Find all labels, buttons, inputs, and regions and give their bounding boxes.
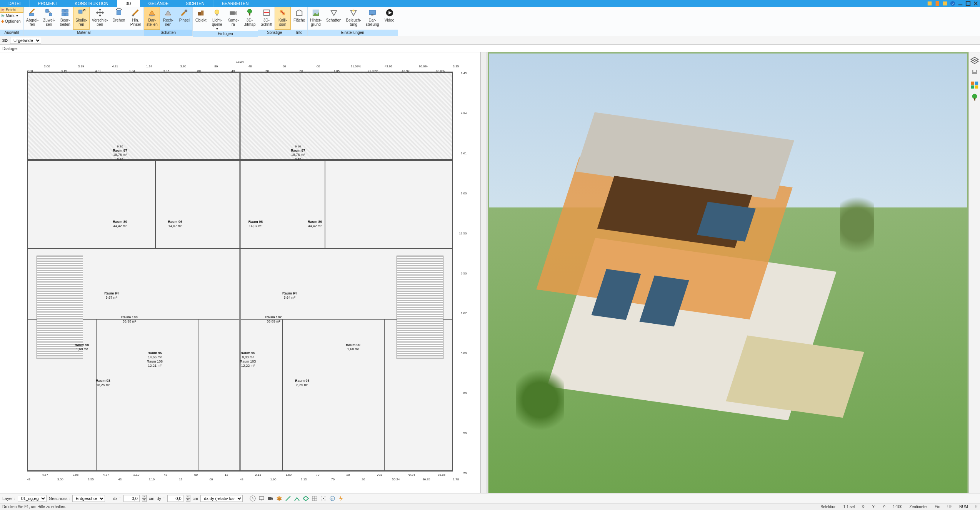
- menu-gelaende[interactable]: GELÄNDE: [140, 0, 178, 7]
- zuweisen-button[interactable]: Zuwei-sen: [41, 7, 57, 30]
- camera-icon[interactable]: [267, 495, 274, 502]
- menu-datei[interactable]: DATEI: [0, 0, 30, 7]
- svg-point-58: [972, 94, 977, 99]
- room-label: Raum 901,60 m²: [346, 343, 360, 351]
- dim-label: 3.55: [88, 478, 94, 481]
- dim-label: 2.00: [27, 69, 33, 73]
- 3d-bitmap-button[interactable]: 3D-Bitmap: [241, 7, 258, 31]
- dx-down[interactable]: ▼: [142, 498, 147, 502]
- schatten-settings-button[interactable]: Schatten: [324, 7, 343, 30]
- bearbeiten-button[interactable]: Bear-beiten: [57, 7, 73, 30]
- beleuchtung-button[interactable]: Beleuch-tung: [344, 7, 363, 30]
- skalieren-button[interactable]: Skalie-ren: [73, 7, 90, 30]
- svg-marker-39: [297, 10, 302, 16]
- optionen-button[interactable]: ✚ Optionen: [0, 18, 23, 24]
- status-ein: Ein: [935, 505, 940, 509]
- rechnen-button[interactable]: Rech-nen: [160, 7, 176, 30]
- 3d-schnitt-button[interactable]: 3D-Schnitt: [258, 7, 275, 30]
- dim-label: 3.00: [461, 192, 467, 195]
- plan-scrollbar[interactable]: [480, 52, 486, 495]
- dy-down[interactable]: ▼: [186, 498, 190, 502]
- tool-icon-2[interactable]: [935, 1, 940, 6]
- minimize-icon[interactable]: [958, 1, 963, 6]
- svg-rect-33: [249, 13, 250, 15]
- abgreifen-button[interactable]: Abgrei-fen: [24, 7, 41, 30]
- dim-label: 80: [214, 65, 218, 68]
- svg-rect-12: [46, 10, 48, 12]
- svg-rect-14: [62, 10, 65, 12]
- dim-label: 60: [194, 473, 198, 477]
- dots-icon[interactable]: [320, 495, 327, 502]
- plan-view[interactable]: 18.24: [0, 52, 480, 495]
- mark-button[interactable]: Mark.▾: [0, 13, 23, 18]
- hintergrund-button[interactable]: Hinter-grund: [308, 7, 324, 30]
- dx-input[interactable]: [123, 495, 140, 502]
- clock-icon[interactable]: [249, 495, 257, 502]
- hin-pinsel-button[interactable]: Hin.Pinsel: [127, 7, 143, 30]
- layer-select[interactable]: 01_ug,eg,og: [18, 495, 47, 502]
- menu-3d[interactable]: 3D: [117, 0, 140, 7]
- kamera-button[interactable]: Kame-ra: [225, 7, 241, 31]
- dy-input[interactable]: [167, 495, 183, 502]
- layers-icon[interactable]: [970, 56, 979, 65]
- status-ratio: 1:1 sel: [843, 505, 855, 509]
- video-button[interactable]: Video: [382, 7, 398, 30]
- chair-icon[interactable]: [970, 69, 979, 77]
- snap1-icon[interactable]: [284, 495, 292, 502]
- dim-label: 80: [197, 69, 201, 73]
- bolt-icon[interactable]: [337, 495, 345, 502]
- plan-body: 9.10Raum 9718,78 m²8.429.10Raum 9718,78 …: [27, 72, 453, 472]
- ribbon-label-einfuegen: Einfügen: [193, 31, 258, 37]
- svg-rect-63: [268, 497, 272, 500]
- dx-unit: cm: [149, 496, 155, 501]
- svg-rect-59: [974, 98, 975, 100]
- 3d-view[interactable]: [488, 52, 968, 495]
- lichtquelle-button[interactable]: Licht-quelle▾: [209, 7, 225, 31]
- status-bar: Drücken Sie F1, um Hilfe zu erhalten. Se…: [0, 503, 980, 510]
- darstellung-button[interactable]: Dar-stellung: [363, 7, 381, 30]
- snap2-icon[interactable]: [293, 495, 301, 502]
- geschoss-select[interactable]: Erdgeschoss: [72, 495, 105, 502]
- menu-projekt[interactable]: PROJEKT: [30, 0, 67, 7]
- menu-konstruktion[interactable]: KONSTRUKTION: [66, 0, 117, 7]
- room-label: Raum 10236,89 m²: [265, 315, 282, 324]
- grid-icon[interactable]: [311, 495, 318, 502]
- dy-up[interactable]: ▲: [186, 495, 190, 498]
- flaeche-button[interactable]: Fläche: [291, 7, 307, 30]
- coord-mode-select[interactable]: dx,dy (relativ kartesisch): [200, 495, 243, 502]
- snap3-icon[interactable]: [302, 495, 310, 502]
- dim-label: 3.55: [57, 478, 63, 481]
- pinsel-button[interactable]: Pinsel: [176, 7, 192, 30]
- help-icon[interactable]: ?: [950, 1, 955, 6]
- svg-rect-2: [943, 2, 947, 6]
- monitor-icon[interactable]: [258, 495, 265, 502]
- svg-text:?: ?: [952, 2, 953, 6]
- color-palette-icon[interactable]: [970, 81, 979, 89]
- maximize-icon[interactable]: [965, 1, 971, 6]
- drehen-button[interactable]: Drehen: [110, 7, 128, 30]
- room-label: Raum 9614,07 m²: [168, 220, 183, 228]
- darstellen-button[interactable]: Dar-stellen: [144, 7, 160, 30]
- svg-text:N: N: [331, 497, 333, 500]
- dim-label: 9.43: [461, 72, 467, 75]
- objekt-button[interactable]: Objekt: [193, 7, 209, 31]
- north-icon[interactable]: N: [328, 495, 336, 502]
- tree-icon[interactable]: [970, 93, 979, 102]
- tool-icon-1[interactable]: [927, 1, 932, 6]
- close-icon[interactable]: [973, 1, 978, 6]
- view-combo[interactable]: Urgelände: [10, 37, 41, 44]
- selekt-button[interactable]: Selekt: [0, 7, 23, 13]
- menu-bearbeiten[interactable]: BEARBEITEN: [213, 0, 258, 7]
- room-label: Raum 10036,98 m²: [121, 315, 138, 324]
- svg-rect-20: [132, 15, 134, 17]
- kollision-button[interactable]: Kolli-sion: [275, 7, 291, 30]
- dim-label: 1.60: [270, 478, 277, 481]
- verschieben-button[interactable]: Verschie-ben: [90, 7, 110, 30]
- tool-icon-3[interactable]: [942, 1, 948, 6]
- layers2-icon[interactable]: [275, 495, 283, 502]
- dim-label: 3.19: [61, 69, 67, 73]
- svg-point-70: [322, 499, 322, 500]
- dx-up[interactable]: ▲: [142, 495, 147, 498]
- menu-sichten[interactable]: SICHTEN: [177, 0, 213, 7]
- dim-label: 20: [463, 472, 467, 475]
